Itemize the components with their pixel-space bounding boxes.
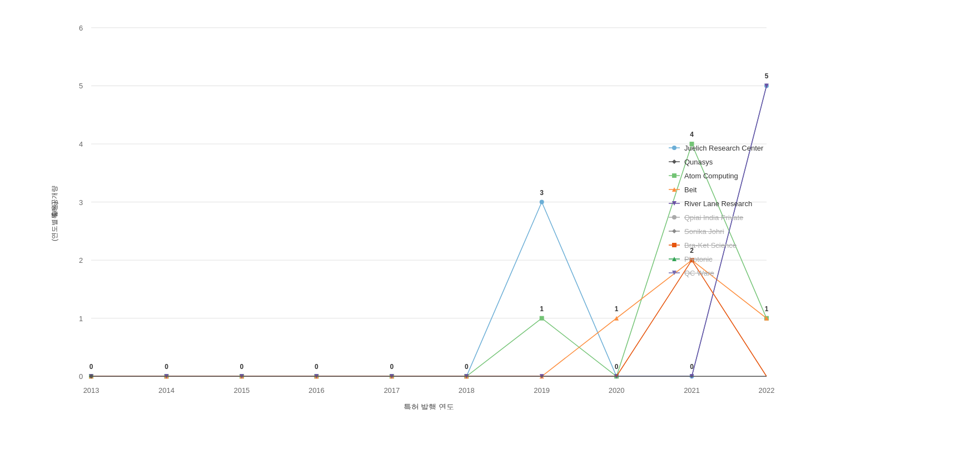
legend-item-qpiai: Qpiai India Private xyxy=(669,213,813,222)
legend-item-sonika: Sonika Johri xyxy=(669,227,813,236)
legend-label-beit: Beit xyxy=(684,186,697,194)
x-label-2017: 2017 xyxy=(384,386,400,395)
legend-icon-beit xyxy=(669,186,680,193)
x-label-2013: 2013 xyxy=(83,386,100,395)
legend-label-photonic: Photonic xyxy=(684,255,713,263)
y-label-6: 6 xyxy=(79,24,83,32)
label-juelich-2016: 0 xyxy=(315,363,319,371)
legend-icon-qcware xyxy=(669,269,680,277)
legend-icon-atom xyxy=(669,172,680,179)
legend-icon-juelich xyxy=(669,144,680,152)
label-beit-2020: 1 xyxy=(615,305,619,313)
label-juelich-2017: 0 xyxy=(390,363,394,371)
svg-marker-11 xyxy=(672,159,676,164)
label-juelich-2014: 0 xyxy=(165,363,168,371)
legend-icon-qpiai xyxy=(669,213,680,221)
y-label-2: 2 xyxy=(79,256,83,265)
y-label-0: 0 xyxy=(79,372,83,381)
x-axis-title: 특허 발행 연도 xyxy=(404,402,455,410)
legend-label-riverlane: River Lane Research xyxy=(684,199,752,208)
y-label-3: 3 xyxy=(79,198,83,207)
legend-label-atom: Atom Computing xyxy=(684,172,738,180)
x-label-2019: 2019 xyxy=(534,386,550,395)
label-atom-2021: 4 xyxy=(690,131,694,138)
legend-item-juelich: Juelich Research Center xyxy=(669,144,813,152)
y-label-1: 1 xyxy=(79,315,83,323)
point-atom-2019 xyxy=(540,316,544,321)
legend-label-juelich: Juelich Research Center xyxy=(684,144,763,152)
y-label-4: 4 xyxy=(79,140,83,148)
x-label-2018: 2018 xyxy=(459,386,475,395)
label-juelich-2018: 0 xyxy=(465,363,469,371)
svg-marker-21 xyxy=(672,229,676,233)
legend-item-photonic: Photonic xyxy=(669,255,813,263)
label-atom-2019: 1 xyxy=(540,305,544,313)
legend-icon-photonic xyxy=(669,255,680,263)
legend-label-sonika: Sonika Johri xyxy=(684,227,724,236)
legend-item-qunasys: Qunasys xyxy=(669,158,813,166)
svg-rect-23 xyxy=(672,243,676,247)
chart-area: 6 5 4 3 2 1 0 2013 2014 2015 2016 2017 2… xyxy=(44,11,813,410)
svg-point-9 xyxy=(672,146,676,150)
y-axis-subtitle: (연도별 출원) xyxy=(51,202,58,241)
legend-item-beit: Beit xyxy=(669,186,813,194)
point-juelich-2019 xyxy=(540,200,544,204)
legend-item-riverlane: River Lane Research xyxy=(669,199,813,208)
x-label-2014: 2014 xyxy=(158,386,175,395)
legend-item-braket: Bra-Ket Science xyxy=(669,241,813,250)
line-riverlane xyxy=(91,86,767,376)
legend-icon-qunasys xyxy=(669,158,680,166)
chart-container: 6 5 4 3 2 1 0 2013 2014 2015 2016 2017 2… xyxy=(0,0,980,454)
legend-item-atom: Atom Computing xyxy=(669,172,813,180)
label-juelich-2013: 0 xyxy=(89,363,93,371)
legend-label-qunasys: Qunasys xyxy=(684,158,713,166)
x-label-2021: 2021 xyxy=(684,386,700,395)
label-atom-2022: 1 xyxy=(765,305,769,313)
label-juelich-2019: 3 xyxy=(540,189,544,197)
legend-icon-riverlane xyxy=(669,199,680,207)
label-juelich-2015: 0 xyxy=(240,363,244,371)
legend-icon-sonika xyxy=(669,227,680,235)
legend-label-qcware: QC Ware xyxy=(684,269,714,277)
legend-icon-braket xyxy=(669,241,680,249)
line-juelich xyxy=(91,86,767,376)
svg-rect-13 xyxy=(672,173,676,178)
x-label-2015: 2015 xyxy=(234,386,250,395)
x-label-2016: 2016 xyxy=(309,386,325,395)
legend-item-qcware: QC Ware xyxy=(669,269,813,277)
legend-label-braket: Bra-Ket Science xyxy=(684,241,737,250)
label-juelich-2020: 0 xyxy=(615,363,619,371)
svg-point-19 xyxy=(672,215,676,219)
chart-legend: Juelich Research Center Qunasys Atom Com… xyxy=(669,144,813,277)
y-label-5: 5 xyxy=(79,82,83,90)
label-juelich-2022: 5 xyxy=(765,72,769,80)
x-label-2020: 2020 xyxy=(609,386,625,395)
legend-label-qpiai: Qpiai India Private xyxy=(684,213,743,222)
x-label-2022: 2022 xyxy=(759,386,775,395)
